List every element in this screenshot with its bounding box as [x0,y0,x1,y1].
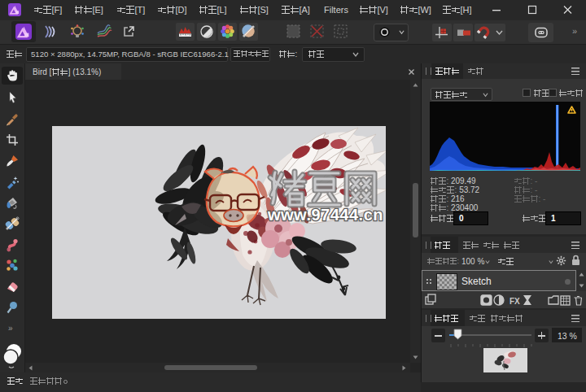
svg-text:www.97444.cn: www.97444.cn [267,206,383,224]
svg-text:FX: FX [509,297,520,306]
